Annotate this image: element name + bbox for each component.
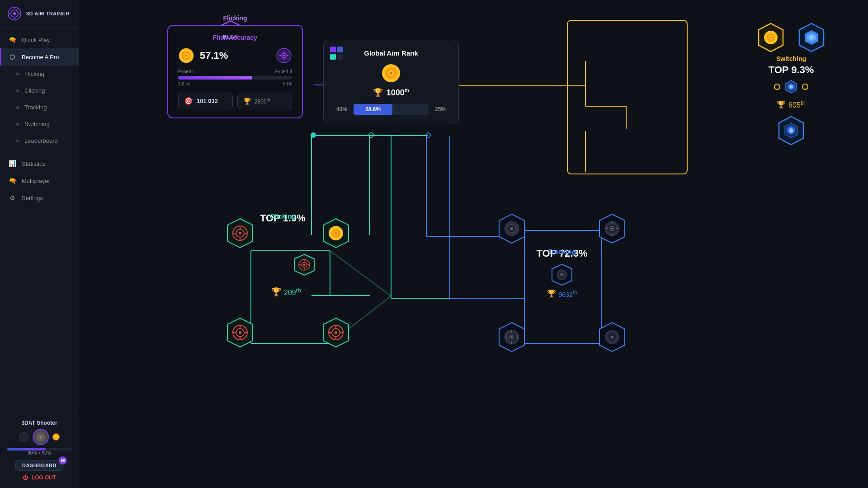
bullet-leaderboard <box>16 140 19 142</box>
logo-area: 3D AIM TRAINER <box>0 0 79 28</box>
flicking-section-title: Flicking <box>167 14 303 22</box>
switching-hex-bottom[interactable] <box>775 115 807 146</box>
sidebar-label-statistics: Statistics <box>22 160 45 167</box>
global-rank-medal-icon <box>381 63 401 83</box>
sidebar-item-settings[interactable]: ⚙ Settings <box>0 189 79 206</box>
switching-diamond-icon <box>784 80 798 94</box>
tracking-hex-4[interactable] <box>596 321 628 353</box>
avatar-rank-small <box>19 432 29 442</box>
conn-teal-h1 <box>316 135 374 136</box>
switching-rank-value: 605th <box>788 99 806 109</box>
rank-medal-icon <box>178 47 194 64</box>
sidebar-label-switching: Switching <box>24 121 50 127</box>
score-icon: 🎯 <box>184 97 193 105</box>
progress-bar-fill <box>178 76 252 80</box>
clicking-small-hex[interactable] <box>292 253 316 277</box>
svg-point-88 <box>303 264 306 266</box>
accuracy-value: 57.1% <box>200 50 228 61</box>
clicking-rank-value: 209th <box>284 287 301 297</box>
power-icon: ⏻ <box>23 474 28 481</box>
svg-point-47 <box>283 55 285 56</box>
tracking-top-nodes <box>495 212 628 245</box>
bullet-switching <box>16 123 19 126</box>
score-value: 101 032 <box>197 98 218 104</box>
dashboard-button[interactable]: DASHBOARD <box>15 460 63 471</box>
tracking-section: Tracking TOP 72.3% 🏆 9632th <box>495 212 628 353</box>
rank-to-label: Expert II <box>275 69 292 74</box>
sidebar-label-quick-play: Quick Play <box>22 37 50 43</box>
xp-bar-container: 60% > 50% <box>7 448 71 455</box>
sidebar-item-quick-play[interactable]: 🔫 Quick Play <box>0 31 79 48</box>
tracking-hex-2[interactable] <box>596 212 628 245</box>
conn-teal-h3 <box>311 295 370 296</box>
svg-point-126 <box>561 274 563 276</box>
svg-point-96 <box>239 331 241 334</box>
clicking-hex-2[interactable] <box>320 217 352 249</box>
global-rank-value: 1000th <box>387 88 409 98</box>
tracking-small-hex[interactable] <box>550 263 574 286</box>
color-squares <box>330 47 343 60</box>
sidebar-item-switching[interactable]: Switching <box>0 116 79 132</box>
card-stats-row: 🎯 101 032 🏆 2800th <box>178 93 292 109</box>
gold-rank-badge <box>52 433 60 441</box>
clicking-hex-3[interactable] <box>224 316 256 349</box>
sidebar-label-leaderboard: Leaderboard <box>24 137 58 144</box>
sidebar-item-clicking[interactable]: Clicking <box>0 82 79 99</box>
rank-number: 2800 <box>255 99 267 105</box>
clicking-hex-1[interactable] <box>224 217 256 249</box>
clicking-stats-center: Clicking TOP 1.9% <box>260 212 306 224</box>
bullet-clicking <box>16 89 19 92</box>
tracking-bottom-nodes <box>495 321 628 353</box>
rank-value: 2800th <box>255 98 270 105</box>
bullet-tracking <box>16 106 19 109</box>
svg-point-71 <box>789 128 793 133</box>
bar-right-pct: 25% <box>431 106 446 113</box>
trophy-blue-icon: 🏆 <box>547 289 556 298</box>
user-profile: 3DAT Shooter 60% > 50% <box>7 420 71 471</box>
sidebar-item-statistics[interactable]: 📊 Statistics <box>0 155 79 172</box>
logout-label: LOG OUT <box>32 474 57 481</box>
svg-point-64 <box>809 35 814 40</box>
sidebar-label-flicking: Flicking <box>24 70 44 77</box>
gun-icon: 🔫 <box>8 36 16 43</box>
tracking-hex-3[interactable] <box>495 321 528 353</box>
trophy-icon-chip: 🏆 <box>243 98 251 105</box>
global-rank-title: Global Aim Rank <box>336 49 446 57</box>
switching-top-pct: TOP 9.3% <box>769 64 814 76</box>
sidebar-label-multiplayer: Multiplayer <box>22 178 50 184</box>
bar-fill-value: 28.6% <box>365 106 381 113</box>
sidebar-label-become-pro: Become A Pro <box>22 54 59 61</box>
svg-point-67 <box>789 85 793 89</box>
sidebar-item-leaderboard[interactable]: Leaderboard <box>0 132 79 149</box>
svg-point-139 <box>611 336 613 338</box>
trophy-teal-icon: 🏆 <box>271 287 281 297</box>
tracking-rank-value: 9632th <box>559 289 577 298</box>
logo-icon <box>7 6 22 21</box>
color-sq-teal <box>330 54 336 60</box>
accuracy-row: 57.1% <box>178 47 292 64</box>
clicking-section: Clicking TOP 1.9% 🏆 209th <box>224 217 352 349</box>
clicking-hex-4[interactable] <box>320 316 352 349</box>
switching-rank: 🏆 605th <box>777 99 806 109</box>
sidebar-item-tracking[interactable]: Tracking <box>0 99 79 116</box>
flicking-title-area: Flicking <box>167 14 303 24</box>
sidebar-item-flicking[interactable]: Flicking <box>0 66 79 82</box>
bar-left-pct: 40% <box>336 106 351 113</box>
sidebar-item-become-pro[interactable]: ⬡ Become A Pro <box>0 48 79 66</box>
switching-hex-gold[interactable] <box>755 22 787 53</box>
logout-button[interactable]: ⏻ LOG OUT <box>7 471 71 481</box>
svg-rect-22 <box>567 20 687 174</box>
conn-blue-v1 <box>426 136 427 236</box>
rank-icon-right <box>276 47 292 64</box>
tracking-hex-1[interactable] <box>495 212 528 245</box>
switching-hex-blue[interactable] <box>796 22 827 53</box>
progress-bar <box>178 76 292 80</box>
stats-icon: 📊 <box>8 160 16 167</box>
svg-point-131 <box>511 336 513 338</box>
xp-text: 60% > 50% <box>7 450 71 455</box>
svg-point-9 <box>40 436 42 438</box>
sidebar-item-multiplayer[interactable]: 🔫 Multiplayer <box>0 172 79 189</box>
sidebar-label-tracking: Tracking <box>24 104 47 111</box>
sidebar-nav: 🔫 Quick Play ⬡ Become A Pro Flicking Cli… <box>0 28 79 414</box>
global-rank-medal <box>336 63 446 83</box>
